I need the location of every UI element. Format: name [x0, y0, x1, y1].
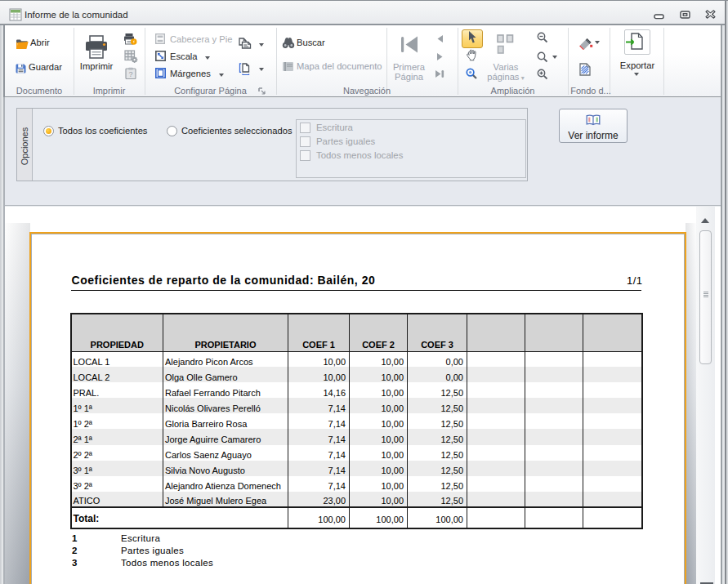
svg-text:?: ?: [128, 70, 132, 78]
